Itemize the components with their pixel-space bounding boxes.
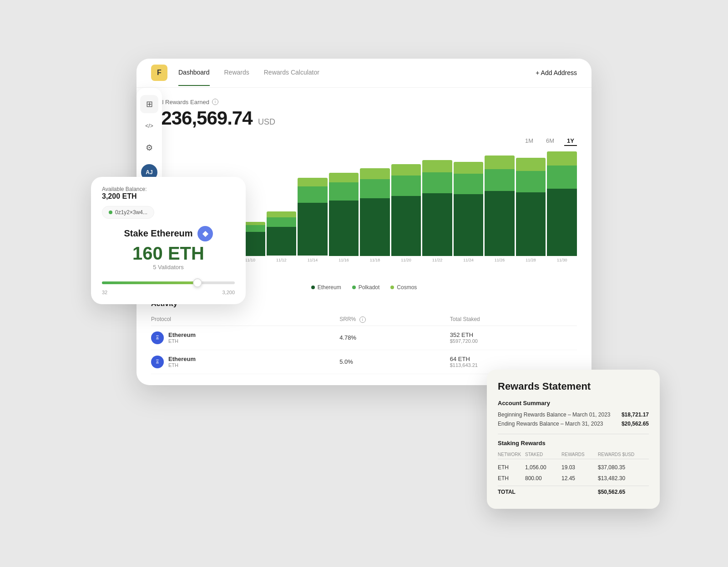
top-nav: F Dashboard Rewards Rewards Calculator +…	[136, 59, 592, 88]
staking-rewards-title: Staking Rewards	[498, 440, 649, 447]
table-row: Ξ Ethereum ETH 4.78% 352 ETH $597,720.00	[151, 326, 577, 350]
bar-group	[485, 151, 515, 256]
col-protocol: Protocol	[151, 313, 339, 326]
rs-total-row: TOTAL $50,562.65	[498, 486, 649, 498]
info-icon: i	[212, 99, 218, 105]
stake-validators: 5 Validators	[102, 264, 235, 271]
bar-group	[329, 151, 359, 256]
protocol-icon: Ξ	[151, 356, 164, 368]
stake-title: Stake Ethereum ◆	[102, 226, 235, 241]
staking-row: ETH 1,056.00 19.03 $37,080.35	[498, 462, 649, 473]
legend-polkadot: Polkadot	[352, 284, 380, 291]
stake-card: Available Balance: 3,200 ETH 0z1y2×3w4..…	[91, 177, 246, 304]
eth-icon: ◆	[197, 226, 213, 241]
stake-address-badge[interactable]: 0z1y2×3w4...	[102, 206, 154, 219]
sidebar-icon-settings[interactable]: ⚙	[140, 139, 158, 157]
bar-group	[298, 151, 328, 256]
timeframe-6m[interactable]: 6M	[543, 136, 557, 146]
activity-section: Activity Protocol SRR% i Total Staked	[151, 300, 577, 374]
legend-ethereum: Ethereum	[311, 284, 341, 291]
staking-header: NETWORK STAKED REWARDS REWARDS $USD	[498, 450, 649, 459]
total-rewards-amount: $236,569.74 USD	[151, 107, 577, 129]
tab-rewards[interactable]: Rewards	[224, 60, 249, 86]
add-address-button[interactable]: + Add Address	[536, 69, 577, 76]
col-srr: SRR% i	[339, 313, 450, 326]
bar-group	[360, 151, 390, 256]
bar-group	[267, 151, 297, 256]
legend-cosmos: Cosmos	[390, 284, 417, 291]
stake-balance-label: Available Balance:	[102, 186, 235, 192]
srr-info-icon: i	[359, 316, 366, 323]
stake-eth-amount: 160 ETH	[102, 243, 235, 264]
address-dot	[109, 211, 112, 214]
logo-badge: F	[151, 65, 167, 81]
activity-table: Protocol SRR% i Total Staked Ξ	[151, 313, 577, 374]
bar-group	[516, 151, 546, 256]
tab-rewards-calculator[interactable]: Rewards Calculator	[264, 60, 319, 86]
rs-beginning-balance: Beginning Rewards Balance – March 01, 20…	[498, 410, 649, 419]
timeframe-1y[interactable]: 1Y	[564, 136, 577, 146]
slider-range: 32 3,200	[102, 290, 235, 295]
col-total-staked: Total Staked	[450, 313, 577, 326]
sidebar-icon-stack[interactable]: ⊞	[140, 95, 158, 113]
rs-divider	[498, 434, 649, 434]
protocol-icon: Ξ	[151, 331, 164, 344]
eth-slider[interactable]	[102, 278, 235, 288]
stake-balance-value: 3,200 ETH	[102, 192, 235, 201]
staking-row: ETH 800.00 12.45 $13,482.30	[498, 473, 649, 484]
bar-group	[454, 151, 484, 256]
bar-group	[391, 151, 421, 256]
sidebar: ⊞ </> ⚙ AJ	[136, 88, 162, 188]
timeframe-1m[interactable]: 1M	[522, 136, 536, 146]
account-summary-title: Account Summary	[498, 400, 649, 406]
tab-dashboard[interactable]: Dashboard	[178, 60, 210, 86]
rewards-statement-title: Rewards Statement	[498, 381, 649, 392]
rs-ending-balance: Ending Rewards Balance – March 31, 2023 …	[498, 419, 649, 428]
bar-group	[547, 151, 577, 256]
rewards-statement-card: Rewards Statement Account Summary Beginn…	[487, 370, 660, 509]
sidebar-icon-code[interactable]: </>	[140, 117, 158, 135]
bar-group	[422, 151, 452, 256]
total-rewards-label: Total Rewards Earned i	[151, 99, 577, 105]
nav-tabs: Dashboard Rewards Rewards Calculator	[178, 60, 536, 86]
chart-timeframe: 1M 6M 1Y	[151, 136, 577, 146]
